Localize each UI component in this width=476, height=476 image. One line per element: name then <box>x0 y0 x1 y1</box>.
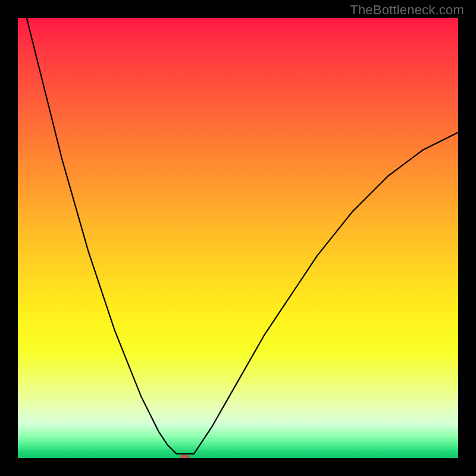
plot-area <box>18 18 458 458</box>
minimum-marker-icon <box>180 455 190 458</box>
watermark-text: TheBottleneck.com <box>350 2 464 18</box>
chart-frame: TheBottleneck.com <box>0 0 476 476</box>
bottleneck-curve <box>18 18 458 458</box>
curve-path <box>27 18 458 454</box>
